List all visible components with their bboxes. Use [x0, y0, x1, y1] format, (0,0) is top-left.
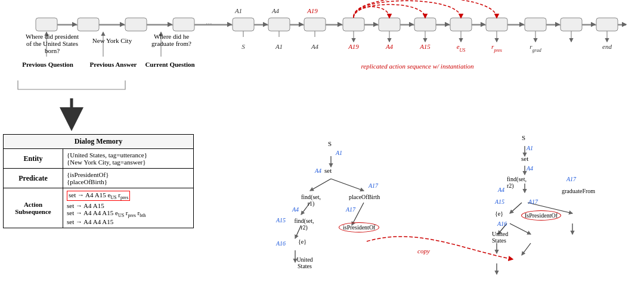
svg-rect-2 — [78, 18, 99, 31]
rt-a4-2-node: A4 — [498, 187, 504, 193]
svg-rect-1 — [36, 18, 57, 31]
tree-ispresidentof-oval: isPresidentOf — [339, 222, 379, 232]
svg-text:A4: A4 — [292, 206, 299, 213]
tree-unitedstates-node: United States — [293, 256, 316, 269]
entity-label: Entity — [4, 149, 63, 169]
tree-placeofbirth-node: placeOfBirth — [349, 194, 380, 200]
svg-text:eUS: eUS — [457, 43, 466, 53]
svg-text:A4: A4 — [385, 43, 394, 50]
svg-text:end: end — [602, 43, 612, 50]
cq-text: Where did he graduate from? — [143, 33, 200, 47]
svg-text:rpres: rpres — [491, 43, 502, 53]
rt-a4-node: A4 — [527, 165, 533, 172]
svg-line-62 — [310, 179, 331, 191]
svg-text:A4: A4 — [311, 43, 319, 50]
tree-s-node: S — [328, 140, 332, 147]
cq-label: Current Question — [140, 61, 200, 68]
entity-value: {United States, tag=utterance} {New York… — [63, 149, 194, 169]
pq-label: Previous Question — [18, 61, 78, 68]
svg-rect-9 — [343, 18, 364, 31]
svg-line-63 — [331, 179, 364, 191]
svg-rect-7 — [268, 18, 290, 31]
rt-a1-node: A1 — [527, 145, 533, 151]
svg-rect-12 — [450, 18, 472, 31]
tree-e-node: {e} — [298, 238, 306, 245]
svg-rect-11 — [414, 18, 436, 31]
rt-s-node: S — [522, 134, 525, 141]
svg-text:A19: A19 — [348, 43, 359, 50]
copy-label: copy — [417, 247, 430, 254]
rt-e-node: {e} — [495, 210, 503, 217]
svg-text:···: ··· — [206, 20, 212, 29]
svg-text:replicated action sequence w/ : replicated action sequence w/ instantiat… — [361, 63, 474, 70]
pa-label: Previous Answer — [83, 61, 143, 68]
svg-text:A17: A17 — [345, 206, 356, 213]
svg-text:A17: A17 — [368, 182, 379, 189]
rt-findsetr2-node: find(set, r2) — [507, 176, 527, 189]
action-value: set → A4 A15 eUS rpres set → A4 A15 set … — [63, 188, 194, 228]
svg-text:A19: A19 — [306, 7, 318, 14]
svg-text:A16: A16 — [275, 240, 286, 247]
svg-rect-15 — [561, 18, 582, 31]
dialog-memory-table: Dialog Memory Entity {United States, tag… — [3, 134, 194, 228]
svg-line-77 — [522, 243, 531, 255]
svg-text:rgrad: rgrad — [530, 43, 541, 53]
rt-a15-node: A15 — [495, 198, 504, 205]
rt-a16-node: A16 — [497, 221, 507, 227]
dialog-memory-title: Dialog Memory — [4, 135, 194, 149]
svg-text:A15: A15 — [419, 43, 431, 50]
rt-set-node: set — [521, 155, 528, 162]
svg-rect-8 — [304, 18, 326, 31]
svg-text:A1: A1 — [234, 7, 242, 14]
pq-text: Where did president of the United States… — [24, 33, 80, 54]
rt-graduatefrom-node: graduateFrom — [562, 188, 595, 194]
svg-line-75 — [510, 224, 531, 234]
svg-rect-3 — [125, 18, 147, 31]
rt-ispresidentof-oval: IsPresidentOf — [521, 210, 561, 221]
svg-text:A4: A4 — [271, 7, 280, 14]
predicate-value: {isPresidentOf} {placeOfBirth} — [63, 169, 194, 188]
svg-rect-14 — [525, 18, 546, 31]
svg-rect-13 — [486, 18, 507, 31]
rt-a17-2-node: A17 — [528, 198, 538, 205]
action-label: ActionSubsequence — [4, 188, 63, 228]
rt-a17-right-node: A17 — [566, 176, 576, 182]
svg-text:S: S — [242, 43, 245, 50]
svg-rect-4 — [173, 18, 194, 31]
svg-rect-16 — [596, 18, 618, 31]
svg-rect-10 — [379, 18, 400, 31]
svg-line-71 — [510, 203, 522, 213]
pa-text: New York City — [88, 37, 136, 44]
tree-findsetr2-node: find(set, r2) — [292, 218, 316, 231]
rt-unitedstates-node: United States — [492, 231, 508, 244]
tree-findsetr1-node: find(set, r1) — [301, 194, 321, 207]
predicate-label: Predicate — [4, 169, 63, 188]
svg-rect-6 — [233, 18, 254, 31]
svg-text:A15: A15 — [275, 217, 286, 224]
tree-set-node: set — [324, 167, 332, 174]
svg-text:A4: A4 — [314, 167, 321, 174]
svg-text:A1: A1 — [335, 150, 342, 156]
svg-text:A1: A1 — [275, 43, 283, 50]
